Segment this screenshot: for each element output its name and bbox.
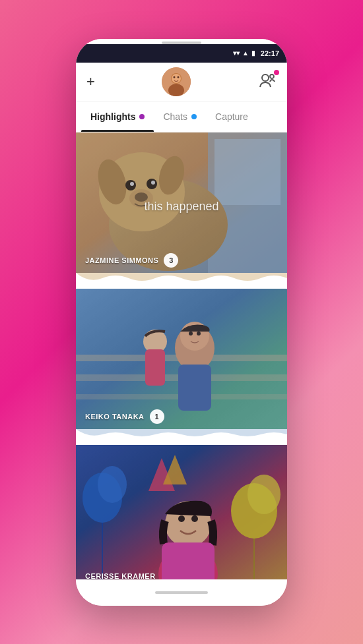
tab-chats[interactable]: Chats (154, 102, 206, 132)
status-icons: ▾▾ ▲ ▮ 22:17 (233, 49, 279, 57)
battery-icon: ▮ (251, 49, 255, 57)
story-keiko[interactable]: KEIKO TANAKA 1 (76, 289, 287, 437)
tab-highlights[interactable]: Highlights (81, 102, 154, 132)
tab-capture-label: Capture (215, 111, 248, 122)
cerisse-user-info: CERISSE KRAMER (85, 572, 156, 579)
add-button[interactable]: + (86, 74, 95, 89)
svg-point-4 (174, 76, 176, 78)
user-avatar[interactable] (162, 67, 191, 96)
jazmine-count-badge: 3 (164, 253, 178, 268)
highlights-dot (139, 114, 145, 119)
tab-highlights-label: Highlights (90, 111, 135, 122)
signal-icon: ▲ (242, 49, 249, 57)
content-area: this happened JAZMINE SIMMONS 3 (76, 132, 287, 579)
svg-rect-46 (76, 445, 287, 579)
story-photo-cerisse (76, 445, 287, 579)
phone-frame: ▾▾ ▲ ▮ 22:17 + (76, 39, 287, 606)
phone-notch (76, 39, 287, 44)
story-jazmine[interactable]: this happened JAZMINE SIMMONS 3 (76, 132, 287, 281)
keiko-user-info: KEIKO TANAKA 1 (85, 409, 164, 424)
wifi-icon: ▾▾ (233, 49, 240, 57)
cerisse-username: CERISSE KRAMER (85, 572, 156, 579)
chats-dot (191, 114, 197, 119)
contacts-button[interactable] (258, 71, 277, 92)
svg-point-7 (270, 74, 274, 78)
status-time: 22:17 (261, 49, 279, 57)
app-header: + (76, 63, 287, 102)
status-bar: ▾▾ ▲ ▮ 22:17 (76, 44, 287, 63)
this-happened-text: this happened (144, 200, 218, 214)
home-indicator[interactable] (155, 591, 208, 594)
wave-divider-2 (76, 429, 287, 445)
story-cerisse[interactable]: CERISSE KRAMER (76, 445, 287, 579)
phone-bottom (76, 579, 287, 606)
tab-chats-label: Chats (163, 111, 187, 122)
svg-point-5 (178, 76, 180, 78)
keiko-count-badge: 1 (150, 409, 164, 424)
jazmine-username: JAZMINE SIMMONS (85, 256, 158, 264)
wave-divider-1 (76, 273, 287, 289)
jazmine-user-info: JAZMINE SIMMONS 3 (85, 253, 178, 268)
svg-point-6 (262, 74, 269, 81)
tab-bar: Highlights Chats Capture (76, 102, 287, 132)
tab-capture[interactable]: Capture (206, 102, 257, 132)
keiko-username: KEIKO TANAKA (85, 413, 145, 421)
contacts-badge (274, 70, 279, 75)
